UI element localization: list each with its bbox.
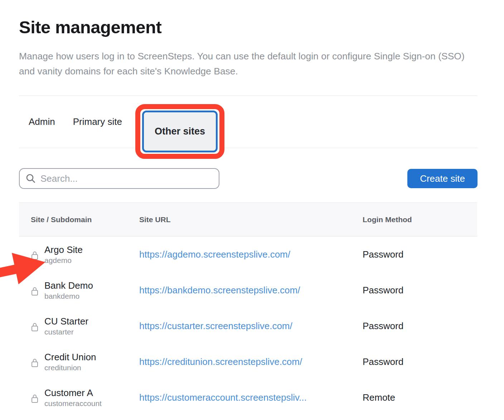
column-header-url: Site URL — [139, 215, 363, 224]
site-url-link[interactable]: https://bankdemo.screenstepslive.com/ — [139, 285, 300, 296]
site-name: Bank Demo — [44, 280, 93, 291]
page-title: Site management — [19, 17, 161, 37]
login-method: Password — [363, 356, 465, 367]
annotation-highlight-box: Other sites — [135, 104, 224, 159]
site-name: CU Starter — [44, 316, 88, 327]
search-input[interactable] — [40, 173, 213, 184]
site-cell: Customer A customeraccount — [19, 387, 139, 408]
column-header-site: Site / Subdomain — [19, 215, 139, 224]
site-subdomain: agdemo — [44, 255, 83, 265]
column-header-login: Login Method — [363, 215, 465, 224]
tab-admin[interactable]: Admin — [29, 116, 55, 127]
sites-table: Site / Subdomain Site URL Login Method A… — [19, 202, 477, 415]
table-row: Customer A customeraccount https://custo… — [19, 380, 477, 415]
create-site-button[interactable]: Create site — [407, 169, 478, 188]
site-cell: CU Starter custarter — [19, 316, 139, 337]
site-cell: Bank Demo bankdemo — [19, 280, 139, 301]
site-url-link[interactable]: https://custarter.screenstepslive.com/ — [139, 321, 292, 331]
lock-icon — [31, 394, 39, 404]
login-method: Remote — [363, 392, 465, 403]
page-description: Manage how users log in to ScreenSteps. … — [19, 49, 479, 79]
login-method: Password — [363, 321, 465, 332]
site-name: Customer A — [44, 387, 102, 399]
site-cell: Argo Site agdemo — [19, 244, 139, 265]
table-row: Argo Site agdemo https://agdemo.screenst… — [19, 236, 477, 272]
search-icon — [25, 173, 36, 184]
site-subdomain: creditunion — [44, 363, 96, 372]
lock-icon — [31, 322, 39, 332]
search-box[interactable] — [19, 168, 219, 189]
site-url-link[interactable]: https://customeraccount.screenstepsliv..… — [139, 392, 307, 403]
lock-icon — [31, 250, 39, 260]
site-name: Credit Union — [44, 351, 96, 363]
table-header: Site / Subdomain Site URL Login Method — [19, 202, 477, 236]
site-subdomain: bankdemo — [44, 291, 93, 301]
site-management-page: Site management Manage how users log in … — [0, 0, 504, 420]
site-url-link[interactable]: https://agdemo.screenstepslive.com/ — [139, 249, 290, 260]
tab-other-sites[interactable]: Other sites — [142, 111, 218, 152]
login-method: Password — [363, 285, 465, 296]
table-row: Bank Demo bankdemo https://bankdemo.scre… — [19, 272, 477, 308]
site-url-link[interactable]: https://creditunion.screenstepslive.com/ — [139, 356, 302, 367]
tab-primary-site[interactable]: Primary site — [73, 116, 122, 127]
login-method: Password — [363, 249, 465, 260]
site-cell: Credit Union creditunion — [19, 351, 139, 372]
site-subdomain: customeraccount — [44, 399, 102, 408]
table-row: CU Starter custarter https://custarter.s… — [19, 308, 477, 344]
lock-icon — [31, 358, 39, 368]
site-name: Argo Site — [44, 244, 83, 255]
lock-icon — [31, 286, 39, 296]
site-subdomain: custarter — [44, 327, 88, 337]
tab-bar: Admin Primary site Other sites — [19, 96, 477, 148]
table-row: Credit Union creditunion https://creditu… — [19, 344, 477, 380]
